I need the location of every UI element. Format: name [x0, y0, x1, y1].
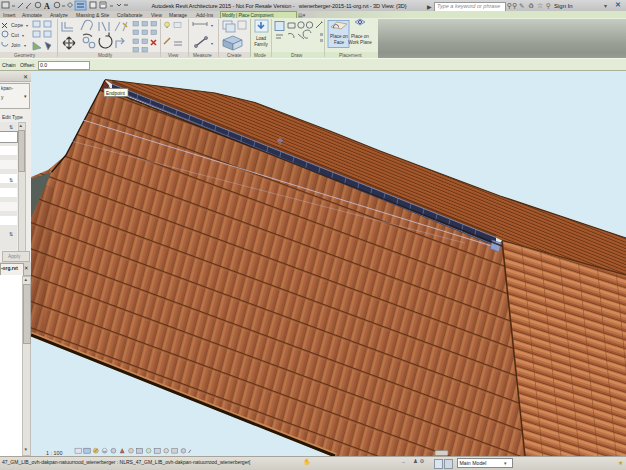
svg-text:Endpoint: Endpoint [106, 91, 126, 96]
svg-text:▾: ▾ [211, 41, 213, 46]
svg-text:▾: ▾ [26, 23, 28, 28]
svg-text:Cut: Cut [11, 32, 19, 38]
svg-text:Work Plane: Work Plane [348, 40, 372, 45]
svg-text:▾: ▾ [24, 43, 26, 48]
svg-text:Face: Face [334, 40, 345, 45]
svg-text:Place on: Place on [351, 34, 369, 39]
svg-text:1 : 100: 1 : 100 [46, 450, 63, 456]
svg-text:Place on: Place on [330, 34, 348, 39]
svg-text:Cope: Cope [11, 22, 23, 28]
svg-text:Load: Load [256, 36, 267, 41]
svg-text:▾: ▾ [211, 23, 213, 28]
svg-text:▾: ▾ [22, 33, 24, 38]
svg-text:Join: Join [11, 42, 20, 48]
svg-text:A: A [44, 2, 50, 11]
svg-text:Family: Family [254, 42, 268, 47]
